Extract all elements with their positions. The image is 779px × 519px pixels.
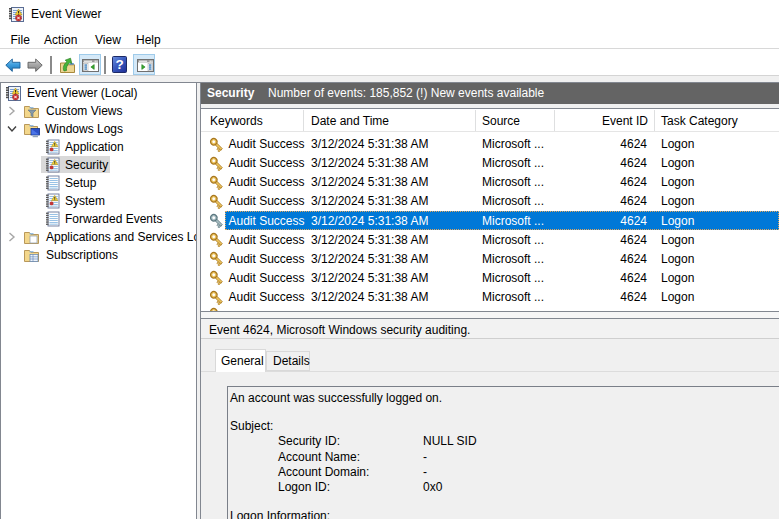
svg-text:?: ? bbox=[115, 57, 123, 72]
